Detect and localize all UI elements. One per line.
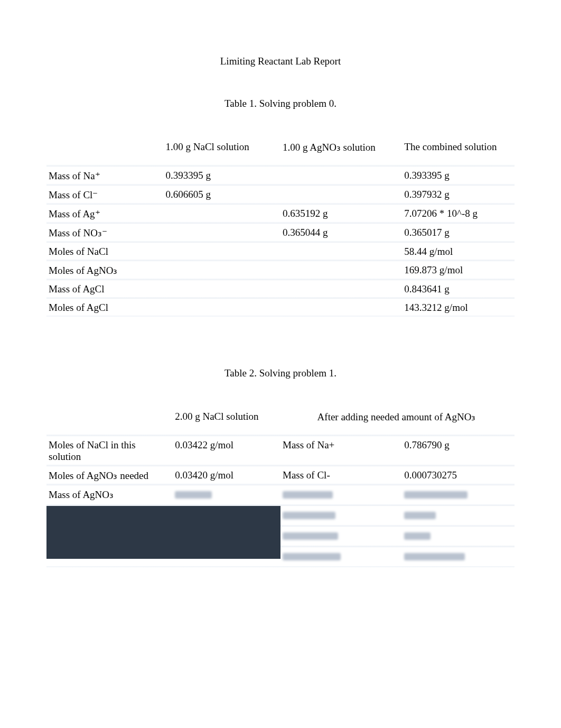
- table-row: Mass of AgCl 0.843641 g: [46, 280, 515, 298]
- row-value: 0.393395 g: [164, 166, 281, 185]
- redacted-cell: [280, 505, 402, 526]
- row-label: Moles of AgCl: [46, 298, 164, 317]
- table-row: Moles of AgNO₃ needed 0.03420 g/mol Mass…: [46, 466, 515, 485]
- blur-redaction-icon: [175, 491, 212, 499]
- row-value: 0.786790 g: [402, 436, 515, 466]
- redaction-block-icon: [46, 506, 280, 559]
- table1-caption: Table 1. Solving problem 0.: [46, 98, 515, 109]
- blur-redaction-icon: [404, 532, 431, 540]
- row-value: [164, 298, 281, 317]
- row-value: [280, 242, 402, 261]
- table-row: Mass of NO₃⁻ 0.365044 g 0.365017 g: [46, 223, 515, 242]
- row-label: Mass of AgNO₃: [46, 485, 173, 505]
- row-label: Mass of Na⁺: [46, 166, 164, 185]
- row-value: 58.44 g/mol: [402, 242, 515, 261]
- table1-header-combined: The combined solution: [402, 136, 515, 166]
- redacted-cell: [280, 485, 402, 505]
- row-value: 0.397932 g: [402, 185, 515, 204]
- row-value: [164, 223, 281, 242]
- blur-redaction-icon: [283, 532, 338, 540]
- row-label: Moles of NaCl in this solution: [46, 436, 173, 466]
- table-row: Moles of NaCl in this solution 0.03422 g…: [46, 436, 515, 466]
- row-value: [280, 166, 402, 185]
- row-value: [280, 280, 402, 298]
- row-value: 0.606605 g: [164, 185, 281, 204]
- row-value: [164, 204, 281, 223]
- table-row: Mass of Na⁺ 0.393395 g 0.393395 g: [46, 166, 515, 185]
- row-label: Mass of Cl⁻: [46, 185, 164, 204]
- row-label: Mass of Ag⁺: [46, 204, 164, 223]
- row-value: [164, 242, 281, 261]
- redacted-cell: [402, 526, 515, 547]
- redacted-cell: [173, 485, 280, 505]
- row-value: 0.000730275: [402, 466, 515, 485]
- table-row-redacted: [46, 505, 515, 526]
- table-1: 1.00 g NaCl solution 1.00 g AgNO₃ soluti…: [46, 136, 515, 317]
- row-label: Moles of NaCl: [46, 242, 164, 261]
- row-value: [164, 280, 281, 298]
- row-value: 0.365044 g: [280, 223, 402, 242]
- redacted-cell: [402, 485, 515, 505]
- row-value: [280, 298, 402, 317]
- table1-header-row: 1.00 g NaCl solution 1.00 g AgNO₃ soluti…: [46, 136, 515, 166]
- table-row: Mass of Cl⁻ 0.606605 g 0.397932 g: [46, 185, 515, 204]
- table-row: Mass of Ag⁺ 0.635192 g 7.07206 * 10^-8 g: [46, 204, 515, 223]
- row-value: 0.635192 g: [280, 204, 402, 223]
- page-title: Limiting Reactant Lab Report: [46, 56, 515, 67]
- row-value: 143.3212 g/mol: [402, 298, 515, 317]
- blur-redaction-icon: [404, 512, 436, 519]
- row-value: [164, 261, 281, 280]
- row-value: 169.873 g/mol: [402, 261, 515, 280]
- redacted-cell: [280, 526, 402, 547]
- row-value: Mass of Cl-: [280, 466, 402, 485]
- table2-caption: Table 2. Solving problem 1.: [46, 367, 515, 379]
- row-value: 0.365017 g: [402, 223, 515, 242]
- redacted-cell: [402, 505, 515, 526]
- row-value: 0.393395 g: [402, 166, 515, 185]
- row-value: Mass of Na+: [280, 436, 402, 466]
- blur-redaction-icon: [283, 553, 341, 560]
- redacted-cell: [402, 547, 515, 567]
- blur-redaction-icon: [283, 491, 333, 499]
- table1-header-nacl: 1.00 g NaCl solution: [164, 136, 281, 166]
- table2-header-after-adding: After adding needed amount of AgNO₃: [280, 406, 515, 436]
- row-value: 0.03420 g/mol: [173, 466, 280, 485]
- table-row: Mass of AgNO₃: [46, 485, 515, 505]
- row-value: 0.843641 g: [402, 280, 515, 298]
- table-row: Moles of AgNO₃ 169.873 g/mol: [46, 261, 515, 280]
- blur-redaction-icon: [283, 512, 335, 519]
- table-2: 2.00 g NaCl solution After adding needed…: [46, 406, 515, 567]
- row-value: [280, 185, 402, 204]
- blur-redaction-icon: [404, 491, 467, 499]
- row-value: 0.03422 g/mol: [173, 436, 280, 466]
- table2-header-nacl: 2.00 g NaCl solution: [173, 406, 280, 436]
- table2-header-row: 2.00 g NaCl solution After adding needed…: [46, 406, 515, 436]
- row-label: Moles of AgNO₃: [46, 261, 164, 280]
- table-row: Moles of NaCl 58.44 g/mol: [46, 242, 515, 261]
- blur-redaction-icon: [404, 553, 465, 560]
- table2-header-empty: [46, 406, 173, 436]
- table-row: Moles of AgCl 143.3212 g/mol: [46, 298, 515, 317]
- row-value: 7.07206 * 10^-8 g: [402, 204, 515, 223]
- table1-header-empty: [46, 136, 164, 166]
- row-value: [280, 261, 402, 280]
- redacted-cell: [280, 547, 402, 567]
- row-label: Mass of NO₃⁻: [46, 223, 164, 242]
- table1-header-agno3: 1.00 g AgNO₃ solution: [280, 136, 402, 166]
- row-label: Moles of AgNO₃ needed: [46, 466, 173, 485]
- row-label: Mass of AgCl: [46, 280, 164, 298]
